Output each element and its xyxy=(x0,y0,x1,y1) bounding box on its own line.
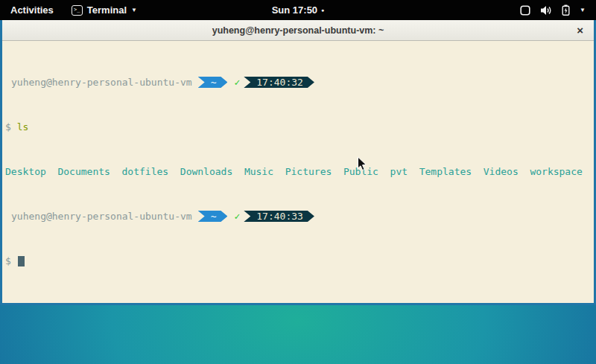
terminal-cursor xyxy=(18,256,25,266)
cwd-segment: ~ xyxy=(198,77,228,88)
time-segment: 17:40:33 xyxy=(244,211,314,222)
user-host-label: yuheng@henry-personal-ubuntu-vm xyxy=(11,211,192,222)
time-segment: 17:40:32 xyxy=(244,77,314,88)
window-title: yuheng@henry-personal-ubuntu-vm: ~ xyxy=(2,25,594,36)
volume-icon xyxy=(540,5,552,16)
prompt-line: yuheng@henry-personal-ubuntu-vm ~ ✓ 17:4… xyxy=(5,211,592,222)
close-button[interactable]: × xyxy=(577,25,583,36)
command-text: ls xyxy=(17,121,29,132)
activities-button[interactable]: Activities xyxy=(0,0,64,20)
terminal-app-icon: >_ xyxy=(72,5,83,16)
chevron-down-icon: ▼ xyxy=(580,7,586,13)
top-bar: Activities >_ Terminal ▼ Sun 17:50 ● ▼ xyxy=(0,0,596,20)
file-list-line: Desktop Documents dotfiles Downloads Mus… xyxy=(5,166,592,177)
system-tray-button[interactable]: ▼ xyxy=(510,0,596,20)
cwd-segment: ~ xyxy=(198,211,228,222)
notification-dot-icon: ● xyxy=(321,7,324,13)
mouse-cursor-icon xyxy=(357,156,367,172)
clock-label: Sun 17:50 xyxy=(272,4,317,16)
command-line: $ ls xyxy=(5,121,592,132)
screen-icon xyxy=(520,5,530,16)
battery-charging-icon xyxy=(562,4,570,16)
chevron-down-icon: ▼ xyxy=(131,7,137,13)
status-check-icon: ✓ xyxy=(234,211,240,222)
status-check-icon: ✓ xyxy=(234,77,240,88)
app-menu-button[interactable]: >_ Terminal ▼ xyxy=(64,0,145,20)
user-host-label: yuheng@henry-personal-ubuntu-vm xyxy=(11,77,192,88)
command-line: $ xyxy=(5,255,592,266)
prompt-symbol: $ xyxy=(5,121,11,132)
prompt-line: yuheng@henry-personal-ubuntu-vm ~ ✓ 17:4… xyxy=(5,77,592,88)
app-menu-label: Terminal xyxy=(87,4,127,16)
window-titlebar[interactable]: yuheng@henry-personal-ubuntu-vm: ~ × xyxy=(2,20,594,41)
terminal-window: yuheng@henry-personal-ubuntu-vm: ~ × yuh… xyxy=(0,20,596,305)
prompt-symbol: $ xyxy=(5,255,11,266)
terminal-screen[interactable]: yuheng@henry-personal-ubuntu-vm ~ ✓ 17:4… xyxy=(2,41,594,303)
